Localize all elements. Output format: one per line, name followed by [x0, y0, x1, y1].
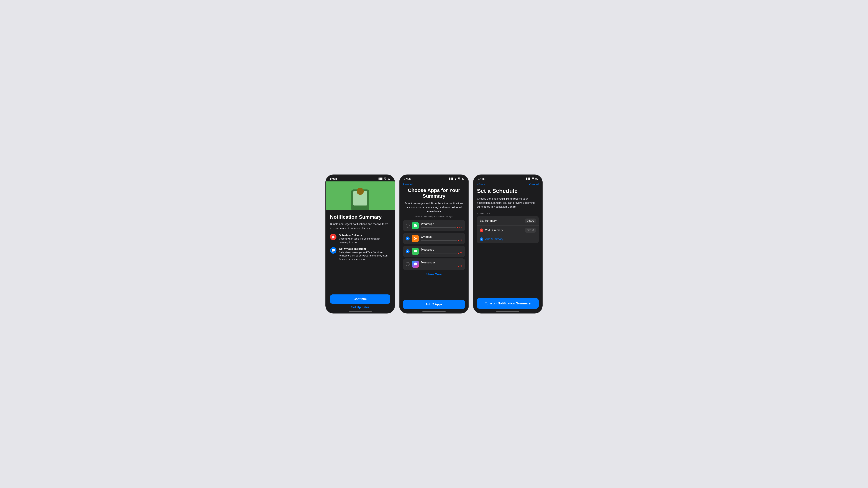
wifi-icon-3 — [531, 177, 534, 180]
status-bar-2: 07:26 ▋▋▋ ▲ 86 — [400, 175, 468, 182]
cancel-button-2[interactable]: Cancel — [403, 183, 412, 186]
home-indicator-3 — [496, 311, 519, 312]
status-icons-2: ▋▋▋ ▲ 86 — [449, 177, 464, 180]
icon-messages — [412, 248, 419, 255]
app-bar-bg-whatsapp — [421, 227, 456, 228]
setup-later-button[interactable]: Set Up Later — [326, 304, 395, 311]
cancel-button-3[interactable]: Cancel — [529, 183, 539, 186]
app-count-whatsapp: ● 205 — [457, 226, 462, 229]
phone3-nav: ‹ Back Cancel — [473, 182, 542, 188]
signal-icon-1: ▋▋▋ — [378, 178, 383, 180]
signal-icon-2: ▋▋▋ — [449, 178, 454, 180]
feature-text-schedule: Schedule Delivery Choose when you'd like… — [339, 234, 390, 244]
time-3: 07:26 — [478, 177, 485, 181]
phone2-content: Choose Apps for Your Summary Direct mess… — [400, 188, 468, 298]
schedule-time-2nd[interactable]: 18:00 — [525, 228, 536, 233]
app-name-messenger: Messenger — [421, 261, 462, 264]
schedule-name-1st: 1st Summary — [480, 219, 497, 222]
app-name-overcast: Overcast — [421, 235, 462, 238]
schedule-row-1st[interactable]: 1st Summary 08:00 — [477, 216, 539, 226]
home-indicator-2 — [423, 311, 445, 312]
app-name-row-overcast: Overcast ● 46 — [421, 235, 462, 242]
app-bar-fill-overcast — [421, 240, 429, 240]
add-summary-label[interactable]: Add Summary — [485, 237, 503, 241]
location-icon: ▲ — [455, 178, 457, 180]
wifi-icon-1 — [384, 177, 387, 180]
feature-important: 💬 Get What's Important Calls, direct mes… — [330, 247, 390, 261]
phone1-title: Notification Summary — [330, 214, 390, 220]
home-indicator-1 — [349, 311, 372, 312]
phone2-bottom: Add 2 Apps — [400, 298, 468, 311]
schedule-label: SCHEDULE — [477, 212, 539, 215]
chevron-left-icon: ‹ — [477, 183, 478, 186]
app-item-messenger[interactable]: Messenger ● 30 — [403, 258, 465, 270]
app-bar-overcast: ● 46 — [421, 239, 462, 242]
app-bar-bg-overcast — [421, 240, 457, 240]
wifi-icon-2 — [458, 177, 461, 180]
app-bar-fill-messenger — [421, 266, 426, 266]
add-summary-icon[interactable] — [480, 237, 484, 241]
schedule-row-1st-left: 1st Summary — [480, 219, 497, 222]
app-bar-bg-messages — [421, 253, 457, 254]
remove-2nd-icon[interactable] — [480, 228, 484, 232]
time-1: 07:23 — [330, 177, 337, 181]
app-bar-messages: ● 33 — [421, 252, 462, 255]
turn-on-button[interactable]: Turn on Notification Summary — [477, 298, 539, 309]
checkbox-messenger[interactable] — [406, 262, 410, 266]
app-bar-fill-whatsapp — [421, 227, 456, 228]
app-name-messages: Messages — [421, 248, 462, 251]
checkbox-overcast[interactable] — [406, 236, 410, 240]
status-bar-3: 07:26 ▋▋▋ 86 — [473, 175, 542, 182]
schedule-row-2nd-left: 2nd Summary — [480, 228, 503, 232]
phone-3: 07:26 ▋▋▋ 86 ‹ Back Cancel Set a Schedul… — [473, 174, 542, 314]
back-button[interactable]: ‹ Back — [477, 183, 485, 186]
show-more-button[interactable]: Show More — [403, 271, 465, 277]
schedule-time-1st[interactable]: 08:00 — [525, 219, 536, 223]
phone2-nav: Cancel — [400, 182, 468, 188]
app-name-row-messenger: Messenger ● 30 — [421, 261, 462, 267]
phone2-title: Choose Apps for Your Summary — [403, 188, 465, 199]
phone1-content: Notification Summary Bundle non-urgent n… — [326, 210, 395, 292]
continue-button[interactable]: Continue — [330, 294, 390, 304]
time-2: 07:26 — [404, 177, 411, 181]
feature-schedule: ⏰ Schedule Delivery Choose when you'd li… — [330, 234, 390, 244]
phone2-desc: Direct messages and Time Sensitive notif… — [403, 201, 465, 214]
icon-whatsapp — [412, 222, 419, 229]
app-item-overcast[interactable]: Overcast ● 46 — [403, 233, 465, 244]
battery-display-2: 86 — [462, 177, 464, 180]
bottom-spacing — [477, 309, 539, 311]
phone1-subtitle: Bundle non-urgent notifications and rece… — [330, 222, 390, 230]
app-count-messenger: ● 30 — [458, 265, 462, 267]
feature-text-important: Get What's Important Calls, direct messa… — [339, 247, 390, 261]
phone3-desc: Choose the times you'd like to receive y… — [477, 197, 539, 209]
person-head — [356, 188, 364, 195]
schedule-section: 1st Summary 08:00 2nd Summary 18:00 Add … — [477, 216, 539, 243]
app-count-overcast: ● 46 — [458, 239, 462, 242]
app-item-whatsapp[interactable]: WhatsApp ● 205 — [403, 220, 465, 231]
schedule-row-add[interactable]: Add Summary — [477, 235, 539, 243]
schedule-row-add-left: Add Summary — [480, 237, 503, 241]
schedule-name-2nd: 2nd Summary — [485, 229, 503, 232]
app-name-row-whatsapp: WhatsApp ● 205 — [421, 222, 462, 229]
phone-1: 07:23 ▋▋▋ 87 Notification Summary Bundle… — [326, 174, 395, 314]
hero-device — [351, 190, 369, 210]
phone3-content: Set a Schedule Choose the times you'd li… — [473, 188, 542, 311]
battery-display-3: 86 — [535, 177, 538, 180]
phone3-title: Set a Schedule — [477, 188, 539, 194]
hero-image — [326, 182, 395, 210]
checkbox-whatsapp[interactable] — [406, 224, 410, 228]
spacer — [477, 243, 539, 298]
app-bar-messenger: ● 30 — [421, 265, 462, 267]
phone-2: 07:26 ▋▋▋ ▲ 86 Cancel Choose Apps for Yo… — [399, 174, 469, 314]
icon-messenger — [412, 261, 419, 268]
battery-display-1: 87 — [388, 177, 390, 180]
icon-overcast — [412, 235, 419, 242]
app-bar-bg-messenger — [421, 266, 457, 266]
signal-icon-3: ▋▋▋ — [526, 178, 530, 180]
checkbox-messages[interactable] — [406, 249, 410, 253]
add-apps-button[interactable]: Add 2 Apps — [403, 300, 465, 309]
app-name-whatsapp: WhatsApp — [421, 222, 462, 226]
schedule-row-2nd[interactable]: 2nd Summary 18:00 — [477, 226, 539, 235]
status-icons-1: ▋▋▋ 87 — [378, 177, 390, 180]
app-item-messages[interactable]: Messages ● 33 — [403, 246, 465, 257]
